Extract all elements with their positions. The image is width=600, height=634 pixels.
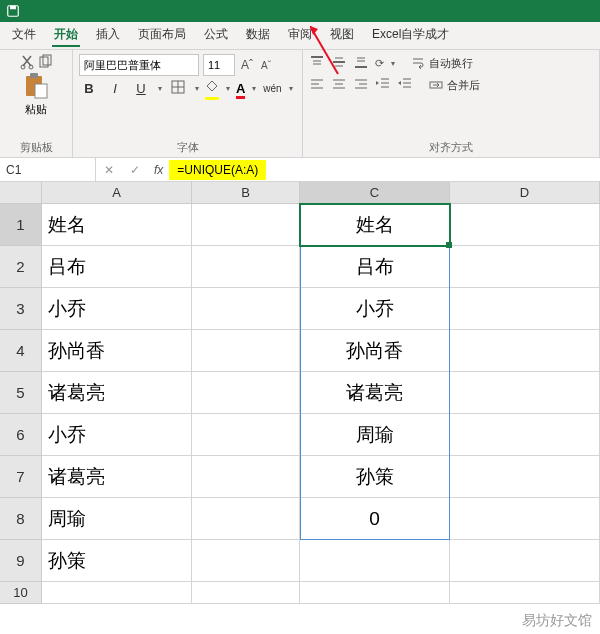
cell[interactable] xyxy=(300,540,450,582)
svg-rect-7 xyxy=(30,73,38,78)
cell[interactable]: 小乔 xyxy=(42,288,192,330)
select-all-corner[interactable] xyxy=(0,182,42,204)
cell[interactable] xyxy=(450,582,600,604)
copy-icon[interactable] xyxy=(37,54,53,70)
row-header[interactable]: 4 xyxy=(0,330,42,372)
cancel-icon[interactable]: ✕ xyxy=(96,163,122,177)
cell[interactable] xyxy=(192,288,300,330)
confirm-icon[interactable]: ✓ xyxy=(122,163,148,177)
wrap-text-button[interactable]: 自动换行 xyxy=(411,56,473,71)
align-right-icon[interactable] xyxy=(353,76,369,94)
cell[interactable]: 周瑜 xyxy=(300,414,450,456)
cell[interactable] xyxy=(450,330,600,372)
cell[interactable] xyxy=(42,582,192,604)
row-header[interactable]: 8 xyxy=(0,498,42,540)
decrease-font-icon[interactable]: Aˇ xyxy=(259,60,273,71)
row-header[interactable]: 2 xyxy=(0,246,42,288)
cell[interactable]: 吕布 xyxy=(300,246,450,288)
col-header-b[interactable]: B xyxy=(192,182,300,204)
decrease-indent-icon[interactable] xyxy=(375,76,391,94)
cell[interactable]: 诸葛亮 xyxy=(42,372,192,414)
italic-button[interactable]: I xyxy=(105,81,125,96)
svg-rect-8 xyxy=(35,84,47,98)
align-group-label: 对齐方式 xyxy=(309,138,593,155)
cell[interactable]: 诸葛亮 xyxy=(42,456,192,498)
border-button[interactable] xyxy=(168,80,188,97)
row-header[interactable]: 7 xyxy=(0,456,42,498)
cut-icon[interactable] xyxy=(19,54,35,70)
ribbon: 粘贴 剪贴板 Aˆ Aˇ B I U▾ ▾ ▾ A▾ wén▾ 字体 xyxy=(0,50,600,158)
col-header-a[interactable]: A xyxy=(42,182,192,204)
autosave-icon xyxy=(6,4,20,18)
cell[interactable] xyxy=(450,540,600,582)
cell[interactable] xyxy=(192,246,300,288)
tab-insert[interactable]: 插入 xyxy=(94,22,122,49)
fx-icon[interactable]: fx xyxy=(148,163,169,177)
cell[interactable]: 孙尚香 xyxy=(42,330,192,372)
bold-button[interactable]: B xyxy=(79,81,99,96)
tab-file[interactable]: 文件 xyxy=(10,22,38,49)
cell[interactable] xyxy=(192,540,300,582)
increase-font-icon[interactable]: Aˆ xyxy=(239,58,255,72)
cell[interactable] xyxy=(300,582,450,604)
cell[interactable]: 吕布 xyxy=(42,246,192,288)
clipboard-label: 剪贴板 xyxy=(6,138,66,155)
annotation-arrow-icon xyxy=(310,26,350,86)
tab-home[interactable]: 开始 xyxy=(52,22,80,49)
increase-indent-icon[interactable] xyxy=(397,76,413,94)
cell[interactable] xyxy=(450,372,600,414)
cell[interactable]: 0 xyxy=(300,498,450,540)
formula-input[interactable]: =UNIQUE(A:A) xyxy=(169,160,266,180)
cell[interactable] xyxy=(192,372,300,414)
group-clipboard: 粘贴 剪贴板 xyxy=(0,50,73,157)
cell[interactable] xyxy=(450,498,600,540)
col-header-d[interactable]: D xyxy=(450,182,600,204)
row-header[interactable]: 1 xyxy=(0,204,42,246)
name-box[interactable]: C1 xyxy=(0,158,96,181)
cell[interactable] xyxy=(192,456,300,498)
tab-extra[interactable]: Excel自学成才 xyxy=(370,22,451,49)
tab-formula[interactable]: 公式 xyxy=(202,22,230,49)
font-size-select[interactable] xyxy=(203,54,235,76)
underline-button[interactable]: U xyxy=(131,81,151,96)
col-header-c[interactable]: C xyxy=(300,182,450,204)
cell[interactable] xyxy=(450,414,600,456)
title-bar xyxy=(0,0,600,22)
orientation-icon[interactable]: ⟳ xyxy=(375,57,384,70)
row-header[interactable]: 3 xyxy=(0,288,42,330)
cell[interactable] xyxy=(450,288,600,330)
merge-button[interactable]: 合并后 xyxy=(429,78,480,93)
cell[interactable] xyxy=(192,330,300,372)
cell[interactable] xyxy=(450,204,600,246)
row-header[interactable]: 6 xyxy=(0,414,42,456)
row-header[interactable]: 5 xyxy=(0,372,42,414)
align-bottom-icon[interactable] xyxy=(353,54,369,72)
group-font: Aˆ Aˇ B I U▾ ▾ ▾ A▾ wén▾ 字体 xyxy=(73,50,303,157)
cell[interactable] xyxy=(192,498,300,540)
paste-button[interactable]: 粘贴 xyxy=(23,72,49,117)
cell[interactable] xyxy=(192,414,300,456)
phonetic-button[interactable]: wén xyxy=(262,83,282,94)
cell[interactable] xyxy=(450,456,600,498)
font-color-button[interactable]: A xyxy=(236,81,245,96)
row-header[interactable]: 10 xyxy=(0,582,42,604)
cell[interactable]: 孙策 xyxy=(42,540,192,582)
cell[interactable]: 姓名 xyxy=(42,204,192,246)
font-group-label: 字体 xyxy=(79,138,296,155)
cell[interactable]: 诸葛亮 xyxy=(300,372,450,414)
cell[interactable]: 小乔 xyxy=(300,288,450,330)
cell[interactable]: 孙尚香 xyxy=(300,330,450,372)
fill-color-button[interactable] xyxy=(205,80,219,97)
cell[interactable]: 小乔 xyxy=(42,414,192,456)
tab-data[interactable]: 数据 xyxy=(244,22,272,49)
formula-bar: C1 ✕ ✓ fx =UNIQUE(A:A) xyxy=(0,158,600,182)
cell[interactable] xyxy=(450,246,600,288)
tab-layout[interactable]: 页面布局 xyxy=(136,22,188,49)
cell[interactable] xyxy=(192,204,300,246)
font-name-select[interactable] xyxy=(79,54,199,76)
cell[interactable] xyxy=(192,582,300,604)
cell[interactable]: 周瑜 xyxy=(42,498,192,540)
cell[interactable]: 姓名 xyxy=(300,204,450,246)
row-header[interactable]: 9 xyxy=(0,540,42,582)
cell[interactable]: 孙策 xyxy=(300,456,450,498)
